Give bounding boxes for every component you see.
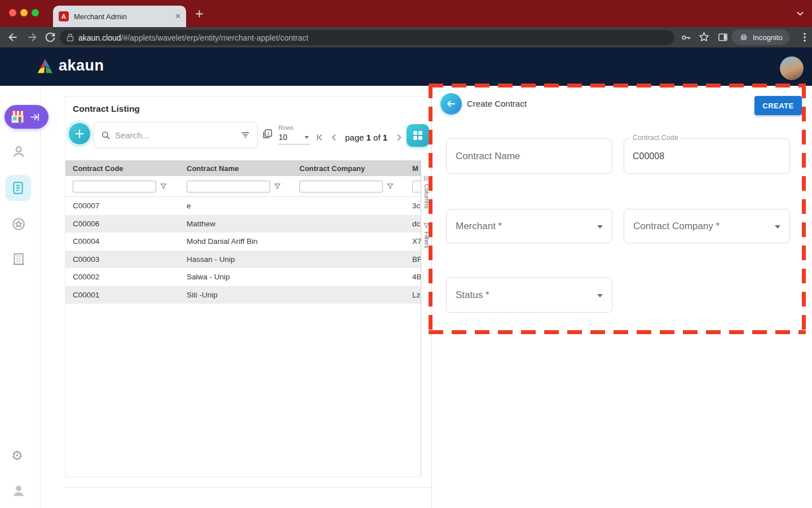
funnel-icon: [423, 222, 430, 229]
column-header-contract-code[interactable]: Contract Code: [65, 164, 179, 173]
url-text: akaun.cloud/#/applets/wavelet/erp/entity…: [78, 33, 308, 42]
pagination: page 1 of 1: [314, 132, 419, 143]
reload-button[interactable]: [44, 31, 56, 43]
storefront-icon: [10, 110, 25, 124]
document-list-icon: [11, 181, 25, 195]
merchant-dropdown[interactable]: Merchant *: [446, 209, 612, 243]
column-header-merchant[interactable]: M: [405, 164, 421, 173]
grid-view-button[interactable]: [407, 124, 429, 147]
merchant-label: Merchant *: [456, 221, 502, 232]
first-page-button[interactable]: [314, 132, 325, 143]
create-button[interactable]: CREATE: [754, 96, 802, 115]
bookmark-star-icon[interactable]: [698, 31, 710, 43]
contract-listing-card: Contract Listing 2 Rows 10: [65, 96, 431, 477]
cell-contract-name: Hassan - Unip: [179, 255, 292, 264]
sidebar-item-settings[interactable]: ⚙: [11, 448, 26, 463]
chevron-down-icon: [597, 225, 603, 229]
app-header: akaun: [0, 47, 812, 86]
cell-contract-name: Siti -Unip: [179, 291, 292, 299]
table-row[interactable]: C00003 Hassan - Unip BF: [65, 251, 421, 269]
filter-list-icon[interactable]: [240, 130, 250, 140]
sidebar-item-merchant-applet[interactable]: [5, 105, 48, 129]
rows-per-page-label: Rows: [279, 124, 293, 131]
password-key-icon[interactable]: [680, 32, 692, 43]
filter-input-merchant[interactable]: [412, 181, 421, 192]
sidebar-item-contracts[interactable]: [5, 175, 31, 201]
side-panel-icon[interactable]: [717, 32, 729, 43]
cell-contract-code: C00004: [65, 237, 179, 246]
cell-contract-code: C00007: [65, 202, 179, 210]
search-box: [94, 122, 258, 148]
funnel-icon[interactable]: [386, 182, 394, 190]
contract-name-field[interactable]: Contract Name: [446, 138, 612, 174]
filters-toggle[interactable]: Filters: [421, 222, 432, 251]
tab-close-icon[interactable]: ×: [175, 12, 180, 21]
star-circle-icon: [11, 217, 26, 231]
browser-tab-strip: A Merchant Admin ×: [0, 0, 812, 27]
cell-contract-code: C00003: [65, 255, 179, 264]
incognito-label: Incognito: [753, 33, 783, 42]
cell-merchant: Lz: [405, 291, 421, 299]
svg-text:2: 2: [267, 131, 270, 136]
funnel-icon[interactable]: [160, 182, 167, 190]
next-page-button[interactable]: [393, 132, 404, 143]
contract-company-dropdown[interactable]: Contract Company *: [624, 209, 790, 243]
open-applet-arrow-icon: [29, 112, 40, 122]
tab-search-chevron-icon[interactable]: [796, 11, 804, 16]
prev-page-button[interactable]: [328, 132, 339, 143]
search-input[interactable]: [115, 130, 236, 140]
url-bar[interactable]: akaun.cloud/#/applets/wavelet/erp/entity…: [60, 30, 674, 45]
building-icon: [11, 252, 26, 266]
table-row[interactable]: C00007 e 3c: [65, 197, 421, 215]
incognito-icon: [739, 32, 749, 42]
table-row[interactable]: C00006 Matthew dc: [65, 215, 421, 233]
filter-input-contract-name[interactable]: [187, 181, 270, 192]
contract-code-value: C00008: [633, 151, 664, 161]
add-contract-button[interactable]: [69, 123, 90, 144]
cell-merchant: 4B: [405, 273, 421, 281]
arrow-left-icon: [445, 98, 457, 110]
sidebar-item-users[interactable]: [11, 144, 26, 159]
table-row[interactable]: C00004 Mohd Danial Ariff Bin X7: [65, 233, 421, 251]
table-row[interactable]: C00001 Siti -Unip Lz: [65, 286, 421, 304]
search-icon: [101, 130, 111, 140]
window-close-button[interactable]: [9, 9, 16, 16]
forward-button[interactable]: [26, 31, 38, 43]
contract-table-rows: C00007 e 3c C00006 Matthew dc C00004 Moh…: [65, 197, 421, 304]
filter-input-contract-company[interactable]: [299, 181, 383, 192]
columns-toggle[interactable]: Columns: [421, 175, 432, 211]
contract-name-label: Contract Name: [456, 151, 520, 162]
funnel-icon[interactable]: [273, 182, 281, 190]
cell-contract-name: Salwa - Unip: [179, 273, 292, 281]
back-button[interactable]: [7, 31, 19, 43]
window-minimize-button[interactable]: [20, 9, 28, 16]
cell-contract-name: e: [179, 202, 292, 210]
horizontal-scrollbar-track[interactable]: [65, 487, 431, 488]
columns-icon: [423, 175, 430, 182]
new-tab-button[interactable]: [194, 8, 205, 19]
sidebar-item-organization[interactable]: [11, 252, 26, 266]
back-to-listing-button[interactable]: [440, 93, 462, 115]
column-header-contract-name[interactable]: Contract Name: [179, 164, 292, 173]
incognito-indicator: Incognito: [732, 29, 789, 45]
rows-per-page-select[interactable]: 10: [279, 133, 310, 144]
window-zoom-button[interactable]: [32, 9, 39, 16]
sidebar-item-account[interactable]: [11, 483, 26, 498]
filter-input-contract-code[interactable]: [73, 181, 156, 192]
table-row[interactable]: C00002 Salwa - Unip 4B: [65, 268, 421, 286]
browser-menu-kebab-icon[interactable]: [800, 32, 810, 43]
pages-icon[interactable]: 2: [262, 128, 273, 140]
cell-merchant: BF: [405, 255, 421, 264]
cell-merchant: 3c: [405, 202, 421, 210]
browser-tab[interactable]: A Merchant Admin ×: [53, 6, 186, 27]
app-logo[interactable]: akaun: [36, 57, 104, 75]
status-dropdown[interactable]: Status *: [446, 277, 612, 313]
cell-contract-code: C00006: [65, 220, 179, 228]
sidebar-item-favorites[interactable]: [11, 217, 26, 231]
cell-contract-code: C00001: [65, 291, 179, 299]
cell-contract-name: Matthew: [179, 220, 292, 228]
column-header-contract-company[interactable]: Contract Company: [292, 164, 405, 173]
user-avatar[interactable]: [780, 56, 804, 80]
columns-label: Columns: [423, 184, 430, 208]
chevron-down-icon: [304, 136, 309, 139]
